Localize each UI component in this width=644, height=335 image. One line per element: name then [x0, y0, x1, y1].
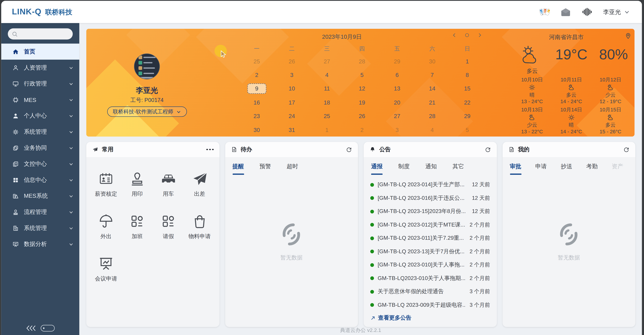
calendar-today-button[interactable] [465, 33, 469, 37]
app-overtime[interactable]: 加班 [122, 205, 153, 248]
tab[interactable]: 申请 [535, 163, 547, 175]
notice-item[interactable]: [GM-TB-LQ 2023-011]关于7.29重... 2 个月前 [370, 231, 490, 245]
calendar-day[interactable]: 19 [344, 95, 380, 109]
sidebar-item-system2[interactable]: 系统管理 [1, 220, 79, 236]
calendar-day[interactable]: 23 [239, 109, 274, 123]
more-notices-link[interactable]: 查看更多公告 [370, 314, 411, 322]
calendar-day[interactable]: 21 [414, 95, 450, 109]
sidebar-item-mes-system[interactable]: MES系统 [1, 188, 79, 204]
sidebar-item-hr[interactable]: 人资管理 [1, 60, 79, 76]
calendar-day[interactable]: 11 [310, 82, 344, 95]
calendar-day[interactable]: 5 [344, 68, 380, 82]
tab[interactable]: 其它 [452, 163, 464, 175]
more-icon[interactable] [206, 149, 214, 150]
calendar-day[interactable]: 31 [274, 123, 310, 136]
refresh-icon[interactable] [484, 146, 491, 153]
sidebar-item-analytics[interactable]: 数据分析 [1, 236, 79, 252]
calendar-day[interactable]: 26 [274, 54, 310, 68]
sidebar-collapse-toggle[interactable] [1, 325, 79, 331]
tab[interactable]: 制度 [398, 163, 410, 175]
tab[interactable]: 提醒 [232, 163, 244, 175]
calendar-day[interactable]: 28 [414, 109, 450, 123]
app-business-trip[interactable]: 出差 [184, 163, 215, 205]
notice-item[interactable]: [GM-TB-LQ 2023-15]2023年8月份... 12 天前 [370, 205, 490, 218]
calendar-day[interactable]: 29 [450, 109, 485, 123]
refresh-icon[interactable] [623, 146, 630, 153]
calendar-day[interactable]: 28 [344, 54, 380, 68]
location-pin-icon[interactable] [625, 33, 632, 41]
calendar-day[interactable]: 3 [380, 123, 415, 136]
user-menu[interactable]: 李亚光 [603, 8, 630, 16]
app-car[interactable]: 用车 [153, 163, 184, 205]
notice-item[interactable]: [GM-TB-LQ 2023-014]关于生产部... 12 天前 [370, 178, 490, 191]
calendar-day[interactable]: 1 [450, 54, 485, 68]
calendar-day[interactable]: 2 [239, 68, 274, 82]
refresh-icon[interactable] [346, 146, 352, 153]
notice-item[interactable]: [GM-TB-LQ 2023-010]关于人事拖... 2 个月前 [370, 258, 490, 272]
notice-item[interactable]: GM-TB-LQ 2023-009关于超级电容... 3 个月前 [370, 298, 490, 312]
app-going-out[interactable]: 外出 [90, 205, 122, 248]
calendar-day[interactable]: 17 [274, 95, 310, 109]
calendar-day[interactable]: 16 [239, 95, 274, 109]
calendar-day[interactable]: 20 [380, 95, 415, 109]
app-stamp[interactable]: 用印 [122, 163, 153, 205]
calendar-day[interactable]: 14 [414, 82, 450, 95]
calendar-day[interactable]: 2 [344, 123, 380, 136]
tab[interactable]: 资产 [612, 163, 623, 175]
sidebar-item-system[interactable]: 系统管理 [1, 124, 79, 140]
notice-item[interactable]: GM-TB-LQ2023-010关于人事拖期... 2 个月前 [370, 272, 490, 285]
calendar-day[interactable]: 22 [450, 95, 485, 109]
tab[interactable]: 预警 [260, 163, 271, 175]
sidebar-item-admin[interactable]: 行政管理 [1, 76, 79, 92]
calendar-day[interactable]: 7 [414, 68, 450, 82]
calendar-day[interactable]: 15 [450, 82, 485, 95]
calendar-day[interactable]: 12 [344, 82, 380, 95]
calendar-day[interactable]: 29 [380, 54, 415, 68]
calendar-day[interactable]: 4 [414, 123, 450, 136]
calendar-day[interactable]: 27 [380, 109, 415, 123]
calendar-day[interactable]: 18 [310, 95, 344, 109]
sidebar-item-info[interactable]: 信息中心 [1, 172, 79, 188]
app-logo[interactable]: LINK-Q 联桥科技 [12, 7, 72, 17]
calendar-day[interactable]: 9 [239, 82, 274, 95]
tab[interactable]: 通报 [371, 163, 382, 175]
tab[interactable]: 审批 [510, 163, 521, 175]
calendar-day[interactable]: 10 [274, 82, 310, 95]
profile-position-button[interactable]: 联桥科技-软件测试工程师 [107, 107, 187, 117]
calendar-day[interactable]: 8 [450, 68, 485, 82]
calendar-day[interactable]: 6 [380, 68, 415, 82]
calendar-day[interactable]: 25 [310, 109, 344, 123]
calendar-day[interactable]: 5 [450, 123, 485, 136]
calendar-prev-button[interactable] [452, 33, 456, 37]
sidebar-item-mes[interactable]: MES [1, 92, 79, 108]
notice-item[interactable]: [GM-TB-LQ 2023-13]关于7月份优... 2 个月前 [370, 245, 490, 258]
voice-broadcast-icon[interactable] [582, 7, 592, 17]
sidebar-item-docs[interactable]: 文控中心 [1, 156, 79, 172]
tab[interactable]: 考勤 [586, 163, 598, 175]
calendar-day[interactable]: 25 [239, 54, 274, 68]
avatar[interactable] [134, 54, 160, 79]
notice-item[interactable]: [GM-TB-LQ 2023-012]关于MTE课... 2 个月前 [370, 218, 490, 231]
sidebar-item-home[interactable]: 首页 [1, 44, 79, 60]
calendar-day[interactable]: 30 [239, 123, 274, 136]
calendar-day[interactable]: 13 [380, 82, 415, 95]
notice-item[interactable]: 关于恶意休年假的处理通告 3 个月前 [370, 285, 490, 298]
calendar-day[interactable]: 27 [310, 54, 344, 68]
mail-icon[interactable] [560, 7, 571, 17]
calendar-day[interactable]: 1 [310, 123, 344, 136]
sidebar-item-personal[interactable]: 个人中心 [1, 108, 79, 124]
app-salary[interactable]: 薪资核定 [90, 163, 122, 205]
theme-palette-icon[interactable] [539, 7, 550, 17]
calendar-day[interactable]: 3 [274, 68, 310, 82]
calendar-next-button[interactable] [478, 33, 482, 37]
sidebar-item-collab[interactable]: 业务协同 [1, 140, 79, 156]
app-material[interactable]: 物料申请 [184, 205, 215, 248]
calendar-day[interactable]: 26 [344, 109, 380, 123]
app-leave[interactable]: 请假 [153, 205, 184, 248]
calendar-day[interactable]: 30 [414, 54, 450, 68]
tab[interactable]: 抄送 [561, 163, 572, 175]
tab[interactable]: 通知 [425, 163, 437, 175]
sidebar-item-workflow[interactable]: 流程管理 [1, 204, 79, 220]
tab[interactable]: 超时 [287, 163, 298, 175]
notice-item[interactable]: [GM-TB-LQ 2023-016]关于违反公... 12 天前 [370, 191, 490, 205]
